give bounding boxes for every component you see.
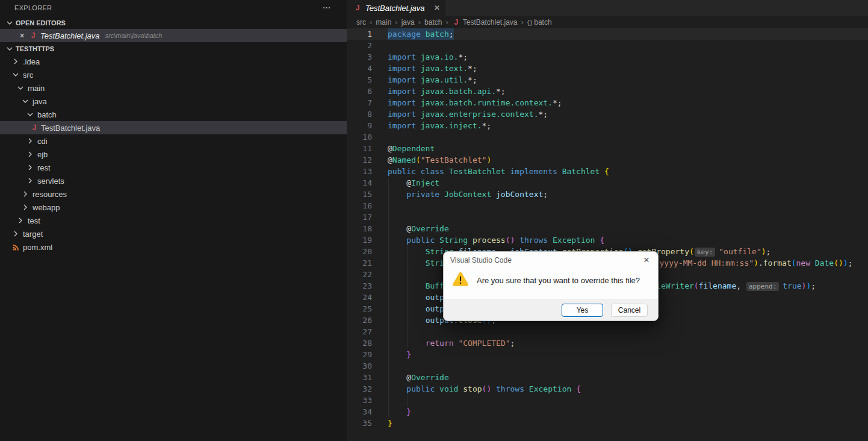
code-line-31[interactable]: 31 @Override — [347, 372, 868, 383]
code-line-33[interactable]: 33 — [347, 395, 868, 406]
line-number: 20 — [347, 246, 372, 257]
code-line-9[interactable]: 9import javax.inject.*; — [347, 120, 868, 131]
line-number: 4 — [347, 63, 372, 74]
indent-guide — [388, 246, 389, 257]
line-number: 9 — [347, 120, 372, 131]
sidebar-header: EXPLORER ⋯ — [0, 0, 347, 16]
code-line-6[interactable]: 6import javax.batch.api.*; — [347, 86, 868, 97]
indent-guide — [388, 406, 389, 418]
breadcrumb-label: batch — [424, 18, 442, 27]
tree-item-label: ejb — [37, 150, 48, 159]
tree-item-webapp[interactable]: webapp — [0, 201, 347, 214]
breadcrumb-batch[interactable]: { }batch — [527, 18, 552, 27]
code-line-7[interactable]: 7import javax.batch.runtime.context.*; — [347, 97, 868, 108]
line-number: 12 — [347, 154, 372, 166]
breadcrumb-label: TestBatchlet.java — [463, 18, 518, 27]
tree-item-java[interactable]: java — [0, 95, 347, 108]
tree-item-cdi[interactable]: cdi — [0, 134, 347, 148]
code-line-18[interactable]: 18 @Override — [347, 223, 868, 234]
chevron-down-icon — [20, 96, 30, 106]
indent-guide — [388, 234, 389, 246]
code-line-27[interactable]: 27 — [347, 326, 868, 337]
code-line-16[interactable]: 16 — [347, 200, 868, 211]
code-line-5[interactable]: 5import java.util.*; — [347, 74, 868, 86]
close-icon[interactable]: ✕ — [434, 4, 440, 12]
indent-guide — [407, 395, 408, 406]
tree-item-pom-xml[interactable]: pom.xml — [0, 240, 347, 254]
code-line-13[interactable]: 13public class TestBatchlet implements B… — [347, 166, 868, 177]
tree-item-label: main — [28, 84, 45, 93]
code-line-30[interactable]: 30 — [347, 360, 868, 372]
cancel-button[interactable]: Cancel — [611, 304, 648, 317]
code-line-11[interactable]: 11@Dependent — [347, 143, 868, 154]
line-content: @Inject — [388, 177, 439, 189]
code-line-32[interactable]: 32 public void stop() throws Exception { — [347, 383, 868, 395]
line-number: 29 — [347, 349, 372, 360]
code-line-12[interactable]: 12@Named("TestBatchlet") — [347, 154, 868, 166]
code-line-14[interactable]: 14 @Inject — [347, 177, 868, 189]
tree-item-target[interactable]: target — [0, 227, 347, 240]
tree-item-label: servlets — [37, 177, 64, 186]
tree-item-ejb[interactable]: ejb — [0, 148, 347, 161]
ellipsis-icon[interactable]: ⋯ — [323, 4, 331, 10]
breadcrumbs: src›main›java›batch›JTestBatchlet.java›{… — [347, 16, 868, 28]
breadcrumb-separator: › — [521, 17, 523, 27]
tab-testbatchlet[interactable]: J TestBatchlet.java ✕ — [347, 0, 445, 16]
breadcrumb-testbatchlet-java[interactable]: JTestBatchlet.java — [452, 18, 518, 27]
code-line-19[interactable]: 19 public String process() throws Except… — [347, 234, 868, 246]
code-line-2[interactable]: 2 — [347, 40, 868, 51]
code-line-28[interactable]: 28 return "COMPLETED"; — [347, 337, 868, 349]
code-line-15[interactable]: 15 private JobContext jobContext; — [347, 189, 868, 200]
code-line-17[interactable]: 17 — [347, 211, 868, 223]
code-editor[interactable]: 1package batch;23import java.io.*;4impor… — [347, 28, 868, 429]
code-line-34[interactable]: 34 } — [347, 406, 868, 418]
code-line-8[interactable]: 8import javax.enterprise.context.*; — [347, 108, 868, 120]
breadcrumb-main[interactable]: main — [376, 18, 391, 27]
tree-item-main[interactable]: main — [0, 81, 347, 95]
inlay-hint: append: — [746, 282, 779, 291]
chevron-right-icon — [11, 229, 20, 239]
code-line-35[interactable]: 35} — [347, 418, 868, 429]
tree-item-label: test — [28, 216, 40, 225]
tree-item-servlets[interactable]: servlets — [0, 174, 347, 187]
close-icon[interactable]: ✕ — [19, 32, 29, 40]
indent-guide — [388, 200, 389, 211]
code-line-10[interactable]: 10 — [347, 131, 868, 143]
code-line-3[interactable]: 3import java.io.*; — [347, 51, 868, 63]
line-number: 31 — [347, 372, 372, 383]
indent-guide — [407, 303, 408, 314]
code-line-4[interactable]: 4import java.text.*; — [347, 63, 868, 74]
line-content: import java.io.*; — [388, 51, 468, 63]
java-file-icon: J — [29, 31, 37, 40]
line-content: import java.text.*; — [388, 63, 477, 74]
tree-item-label: pom.xml — [23, 243, 52, 252]
tree-item-resources[interactable]: resources — [0, 187, 347, 201]
breadcrumb-separator: › — [445, 17, 448, 27]
tree-item-rest[interactable]: rest — [0, 161, 347, 174]
line-number: 35 — [347, 418, 372, 429]
tree-item-batch[interactable]: batch — [0, 108, 347, 121]
breadcrumb-src[interactable]: src — [356, 18, 366, 27]
tree-item--idea[interactable]: .idea — [0, 55, 347, 68]
yes-button[interactable]: Yes — [562, 304, 603, 317]
tree-item-test[interactable]: test — [0, 214, 347, 227]
breadcrumb-label: batch — [534, 18, 551, 27]
symbol-namespace-icon: { } — [527, 19, 532, 26]
chevron-right-icon — [20, 202, 30, 212]
open-editors-section-header[interactable]: OPEN EDITORS — [0, 16, 347, 29]
code-line-29[interactable]: 29 } — [347, 349, 868, 360]
breadcrumb-java[interactable]: java — [401, 18, 415, 27]
line-number: 7 — [347, 97, 372, 108]
code-line-1[interactable]: 1package batch; — [347, 28, 868, 40]
indent-guide — [388, 349, 389, 360]
tree-item-src[interactable]: src — [0, 68, 347, 81]
chevron-down-icon — [25, 110, 35, 119]
chevron-right-icon — [25, 149, 35, 159]
indent-guide — [388, 326, 389, 337]
open-editor-item[interactable]: ✕ J TestBatchlet.java src\main\java\batc… — [0, 29, 347, 42]
breadcrumb-batch[interactable]: batch — [424, 18, 442, 27]
chevron-down-icon — [5, 44, 14, 54]
project-section-header[interactable]: TESTHTTPS — [0, 42, 347, 55]
tree-item-testbatchlet-java[interactable]: JTestBatchlet.java — [0, 121, 347, 134]
close-icon[interactable]: ✕ — [641, 255, 652, 264]
